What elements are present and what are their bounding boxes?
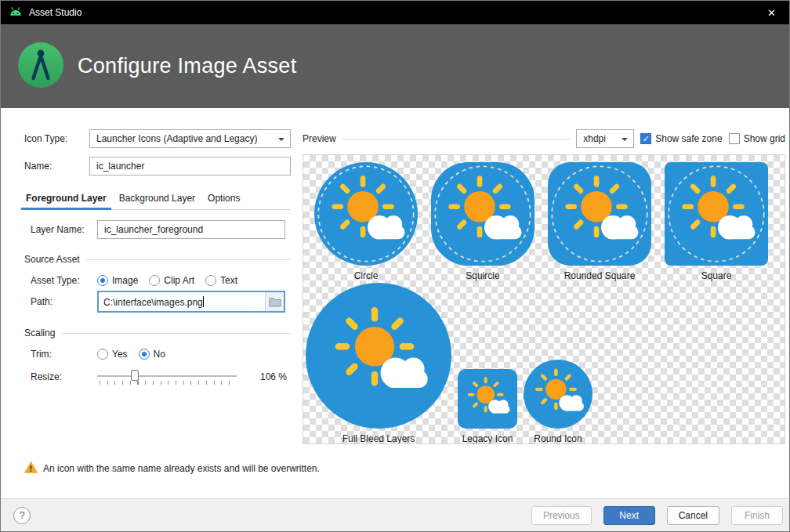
path-row: Path: C:\interface\images.png	[24, 291, 291, 313]
close-icon: ✕	[767, 7, 776, 19]
text-caret	[203, 296, 204, 307]
preview-item-label: Rounded Square	[564, 270, 636, 281]
radio-trim-no[interactable]: No	[139, 349, 165, 360]
preview-round-icon: Round Icon	[524, 360, 592, 444]
title-bar: Asset Studio ✕	[1, 1, 789, 24]
warning-row: An icon with the same name already exist…	[1, 461, 789, 476]
show-grid-label: Show grid	[744, 133, 785, 144]
layer-tabs: Foreground Layer Background Layer Option…	[20, 188, 291, 210]
round-icon-preview	[524, 360, 592, 429]
source-asset-section-header: Source Asset	[24, 253, 291, 266]
radio-clip-art-control	[149, 275, 160, 286]
radio-clip-art[interactable]: Clip Art	[149, 275, 194, 286]
preview-row-adaptive: Circle Squircle Roun	[303, 155, 785, 281]
radio-text-control	[205, 275, 216, 286]
help-button[interactable]: ?	[13, 507, 31, 524]
preview-label: Preview	[303, 133, 336, 144]
resize-row: Resize: 106 %	[24, 369, 291, 385]
layer-name-input[interactable]: ic_launcher_foreground	[97, 220, 285, 239]
layer-name-label: Layer Name:	[31, 224, 97, 235]
previous-button[interactable]: Previous	[531, 506, 592, 525]
path-label: Path:	[31, 296, 97, 307]
slider-ticks	[100, 381, 234, 385]
radio-trim-no-control	[139, 349, 150, 360]
radio-text[interactable]: Text	[205, 275, 237, 286]
name-input[interactable]: ic_launcher	[89, 157, 291, 176]
preview-item-label: Full Bleed Layers	[342, 433, 415, 444]
divider	[342, 139, 571, 139]
next-button[interactable]: Next	[603, 506, 655, 525]
divider	[86, 259, 291, 260]
resize-slider[interactable]	[97, 369, 237, 385]
scaling-label: Scaling	[24, 328, 55, 338]
preview-header: Preview xhdpi ✓ Show safe zone Show grid	[303, 129, 785, 148]
square-icon-preview	[665, 162, 768, 266]
preview-item-label: Circle	[354, 270, 379, 281]
preview-rounded-square: Rounded Square	[548, 162, 651, 281]
icon-type-dropdown[interactable]: Launcher Icons (Adaptive and Legacy)	[89, 129, 291, 148]
radio-trim-yes[interactable]: Yes	[97, 349, 128, 360]
preview-item-label: Legacy Icon	[462, 433, 513, 444]
layer-name-value: ic_launcher_foreground	[104, 224, 203, 235]
preview-circle: Circle	[314, 162, 418, 281]
tab-background-layer[interactable]: Background Layer	[113, 188, 201, 209]
resize-label: Resize:	[31, 371, 97, 382]
density-dropdown[interactable]: xhdpi	[576, 129, 634, 148]
radio-trim-yes-control	[97, 349, 108, 360]
radio-trim-no-label: No	[154, 349, 165, 360]
checkbox-unchecked-icon	[729, 133, 740, 144]
legacy-icon-preview	[458, 369, 517, 429]
show-safe-zone-checkbox[interactable]: ✓ Show safe zone	[640, 133, 722, 144]
radio-trim-yes-label: Yes	[112, 349, 128, 360]
banner: Configure Image Asset	[1, 24, 789, 108]
path-input[interactable]: C:\interface\images.png	[97, 291, 285, 313]
icon-type-row: Icon Type: Launcher Icons (Adaptive and …	[24, 129, 291, 148]
trim-row: Trim: Yes No	[24, 349, 291, 360]
radio-text-label: Text	[220, 275, 237, 286]
preview-item-label: Round Icon	[534, 433, 582, 444]
show-grid-checkbox[interactable]: Show grid	[729, 133, 785, 144]
show-safe-zone-label: Show safe zone	[655, 133, 722, 144]
folder-icon	[269, 296, 281, 307]
warning-icon	[24, 461, 38, 476]
preview-canvas: Circle Squircle Roun	[303, 154, 785, 444]
window-title: Asset Studio	[29, 7, 82, 18]
cancel-button[interactable]: Cancel	[667, 506, 719, 525]
preview-item-label: Squircle	[466, 270, 499, 281]
slider-thumb[interactable]	[131, 370, 139, 381]
preview-item-label: Square	[701, 270, 732, 281]
checkbox-checked-icon: ✓	[640, 133, 651, 144]
preview-full-bleed: Full Bleed Layers	[306, 283, 451, 444]
slider-track	[97, 375, 237, 377]
help-icon: ?	[19, 509, 24, 521]
name-value: ic_launcher	[96, 161, 144, 172]
path-value: C:\interface\images.png	[103, 297, 203, 308]
footer-buttons: Previous Next Cancel Finish	[531, 506, 783, 525]
radio-clip-art-label: Clip Art	[164, 275, 194, 286]
preview-square: Square	[665, 162, 768, 281]
android-studio-logo	[18, 42, 63, 90]
preview-legacy-icon: Legacy Icon	[458, 369, 517, 444]
tab-options[interactable]: Options	[201, 188, 246, 209]
radio-image-label: Image	[112, 275, 138, 286]
preview-row-legacy: Full Bleed Layers Legacy Icon Round Icon	[303, 283, 785, 444]
layer-name-row: Layer Name: ic_launcher_foreground	[24, 220, 291, 239]
radio-image-control	[97, 275, 108, 286]
browse-button[interactable]	[265, 292, 284, 311]
asset-studio-window: Asset Studio ✕ Configure Image Asset	[0, 0, 790, 532]
divider	[61, 333, 291, 334]
name-row: Name: ic_launcher	[24, 157, 291, 176]
safe-zone-overlay	[548, 162, 651, 266]
close-button[interactable]: ✕	[754, 1, 789, 24]
asset-type-label: Asset Type:	[31, 275, 97, 286]
asset-type-row: Asset Type: Image Clip Art Text	[24, 275, 291, 286]
preview-panel: Preview xhdpi ✓ Show safe zone Show grid	[299, 108, 789, 457]
footer-bar: ? Previous Next Cancel Finish	[1, 498, 789, 531]
tab-foreground-layer[interactable]: Foreground Layer	[20, 188, 113, 209]
squircle-icon-preview	[431, 162, 535, 266]
finish-button[interactable]: Finish	[731, 506, 783, 525]
radio-image[interactable]: Image	[97, 275, 138, 286]
circle-icon-preview	[314, 162, 418, 266]
preview-squircle: Squircle	[431, 162, 535, 281]
safe-zone-overlay	[431, 162, 535, 266]
